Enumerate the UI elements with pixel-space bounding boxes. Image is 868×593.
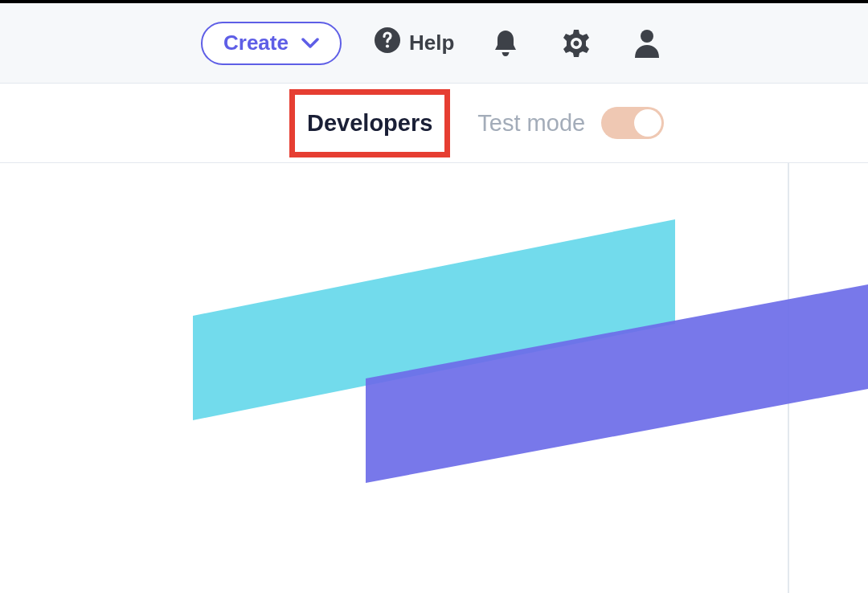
notifications-button[interactable] xyxy=(486,28,525,59)
chevron-down-icon xyxy=(301,38,319,49)
toggle-knob xyxy=(634,109,661,137)
sub-bar: Developers Test mode xyxy=(0,84,868,163)
content-area xyxy=(0,163,868,593)
toggle-switch-icon xyxy=(601,107,664,139)
create-button[interactable]: Create xyxy=(201,22,342,65)
svg-point-1 xyxy=(386,44,389,47)
test-mode-label: Test mode xyxy=(477,110,585,137)
help-icon xyxy=(374,27,401,59)
help-button[interactable]: Help xyxy=(374,27,454,59)
decorative-stripe-indigo xyxy=(366,284,868,485)
settings-button[interactable] xyxy=(557,28,596,59)
help-label: Help xyxy=(409,31,454,55)
create-button-label: Create xyxy=(223,31,289,55)
test-mode-toggle[interactable]: Test mode xyxy=(477,107,664,139)
account-button[interactable] xyxy=(628,28,666,59)
svg-point-2 xyxy=(641,30,653,43)
bell-icon xyxy=(492,28,519,59)
gear-icon xyxy=(561,28,592,59)
top-bar: Create Help xyxy=(0,3,868,84)
developers-link[interactable]: Developers xyxy=(297,104,442,143)
user-icon xyxy=(633,28,661,59)
svg-marker-4 xyxy=(366,284,868,483)
developers-label: Developers xyxy=(307,110,432,136)
